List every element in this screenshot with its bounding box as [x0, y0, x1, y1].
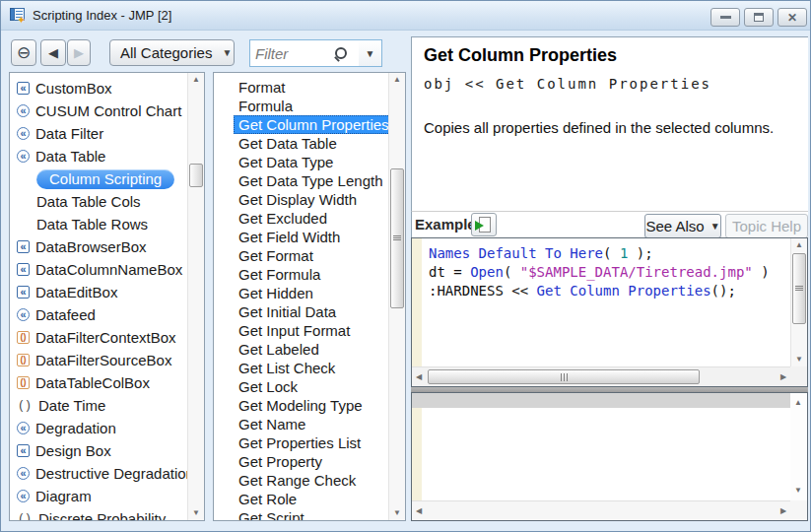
circle-chevron-icon: « [17, 127, 30, 140]
item-row[interactable]: Get Property [214, 452, 388, 471]
item-row[interactable]: Get Initial Data [214, 302, 388, 321]
scroll-down-arrow[interactable]: ▼ [389, 506, 405, 520]
scroll-left-arrow[interactable]: ◀ [412, 501, 426, 520]
scroll-right-arrow[interactable]: ▶ [777, 501, 790, 520]
run-play-icon [475, 221, 484, 231]
item-row[interactable]: Get Script [214, 508, 388, 520]
scroll-up-arrow[interactable]: ▲ [188, 73, 204, 87]
item-row[interactable]: Get Input Format [214, 321, 388, 340]
chevron-down-icon: ▼ [710, 221, 720, 232]
category-dropdown[interactable]: All Categories ▼ [109, 39, 235, 66]
item-row[interactable]: Get Name [214, 415, 388, 433]
secondary-script-panel[interactable]: ▲ ▼ ◀ ▶ [411, 392, 808, 521]
item-row[interactable]: Get Lock [214, 377, 388, 396]
minimize-button[interactable] [710, 8, 740, 27]
item-row[interactable]: Formula [214, 97, 388, 115]
filter-dropdown-button[interactable]: ▼ [359, 39, 382, 67]
item-row[interactable]: Get Range Check [214, 471, 388, 490]
scroll-up-arrow[interactable]: ▲ [389, 73, 405, 87]
category-item[interactable]: Data Table Rows [10, 213, 187, 235]
scripting-index-window: ✦ Scripting Index - JMP [2] ✕ ⊖ ◀ ▶ All … [0, 0, 811, 532]
collapse-all-button[interactable]: ⊖ [11, 39, 36, 66]
code-vertical-scrollbar[interactable]: ▲ ▼ [790, 238, 807, 366]
filter-input[interactable] [255, 41, 334, 65]
item-row[interactable]: Get Format [214, 246, 388, 265]
category-scrollbar[interactable]: ▲ ▼ [187, 73, 204, 520]
circle-chevron-icon: « [17, 150, 30, 163]
item-row[interactable]: Get Modeling Type [214, 396, 388, 415]
category-item[interactable]: «CustomBox [10, 77, 187, 100]
item-row[interactable]: Get Excluded [214, 209, 388, 228]
scroll-up-arrow[interactable]: ▲ [791, 238, 807, 252]
forward-button[interactable]: ▶ [67, 39, 91, 66]
scroll-down-arrow[interactable]: ▼ [188, 506, 204, 520]
category-item[interactable]: «Degradation [10, 417, 187, 439]
titlebar: ✦ Scripting Index - JMP [2] ✕ [1, 1, 811, 31]
item-row[interactable]: Get Properties List [214, 433, 388, 452]
close-icon: ✕ [787, 12, 797, 24]
secondary-vertical-scrollbar[interactable]: ▲ ▼ [790, 393, 807, 500]
run-example-button[interactable] [471, 213, 497, 236]
category-item-label: Discrete Probability [38, 510, 166, 520]
example-code[interactable]: Names Default To Here( 1 );dt = Open( "$… [429, 244, 789, 300]
scrollbar-thumb[interactable] [390, 168, 404, 308]
category-item-label: Diagram [35, 488, 92, 504]
item-row[interactable]: Get Data Type Length [214, 171, 388, 190]
code-gutter [412, 408, 422, 500]
category-item[interactable]: «CUSUM Control Chart [10, 100, 187, 122]
category-item[interactable]: «Design Box [10, 439, 187, 462]
category-item[interactable]: «Destructive Degradation [10, 462, 187, 485]
category-item[interactable]: Data Table Cols [10, 190, 187, 213]
scroll-left-arrow[interactable]: ◀ [412, 367, 426, 386]
category-item[interactable]: ()DataFilterContextBox [10, 326, 187, 349]
detail-signature: obj << Get Column Properties [424, 76, 808, 92]
category-item[interactable]: «Datafeed [10, 303, 187, 326]
category-item-label: CustomBox [35, 80, 112, 97]
code-line: Names Default To Here( 1 ); [429, 244, 789, 263]
item-row[interactable]: Get Column Properties [234, 115, 388, 134]
scroll-down-arrow[interactable]: ▼ [791, 353, 807, 366]
paren-box-icon: () [17, 354, 30, 366]
item-row[interactable]: Get Field Width [214, 228, 388, 246]
restore-button[interactable] [744, 8, 774, 27]
see-also-button[interactable]: See Also ▼ [644, 214, 721, 238]
category-item-label: Data Table Rows [36, 216, 148, 233]
scroll-right-arrow[interactable]: ▶ [777, 367, 790, 386]
category-item[interactable]: ()DataFilterSourceBox [10, 349, 187, 371]
category-item[interactable]: «DataEditBox [10, 281, 187, 303]
item-row[interactable]: Get Hidden [214, 284, 388, 302]
detail-panel: Get Column Properties obj << Get Column … [411, 36, 808, 211]
filter-box [249, 39, 360, 67]
item-row[interactable]: Format [214, 78, 388, 97]
scrollbar-thumb[interactable] [428, 369, 700, 384]
category-item[interactable]: «Data Filter [10, 122, 187, 145]
category-item[interactable]: «DataBrowserBox [10, 235, 187, 258]
category-item[interactable]: «Diagram [10, 485, 187, 507]
code-horizontal-scrollbar[interactable]: ◀ ▶ [412, 366, 790, 386]
item-row[interactable]: Get Labeled [214, 340, 388, 359]
category-item[interactable]: Column Scripting [10, 167, 187, 190]
category-item[interactable]: «Data Table [10, 145, 187, 167]
scrollbar-thumb[interactable] [792, 253, 806, 324]
example-header: Example See Also ▼ Topic Help [411, 211, 808, 237]
box-chevron-icon: « [17, 263, 30, 276]
item-row[interactable]: Get Data Type [214, 153, 388, 171]
category-item[interactable]: ( )Discrete Probability [10, 507, 187, 520]
category-item[interactable]: «DataColumnNameBox [10, 258, 187, 281]
close-button[interactable]: ✕ [777, 8, 807, 27]
item-row[interactable]: Get Formula [214, 265, 388, 284]
item-row[interactable]: Get Data Table [214, 134, 388, 153]
back-button[interactable]: ◀ [40, 39, 66, 66]
item-row[interactable]: Get Display Width [214, 190, 388, 209]
topic-help-button[interactable]: Topic Help [725, 214, 808, 238]
category-item-label: Date Time [38, 397, 105, 414]
item-row[interactable]: Get List Check [214, 359, 388, 377]
item-scrollbar[interactable]: ▲ ▼ [388, 73, 405, 520]
category-item[interactable]: ()DataTableColBox [10, 371, 187, 394]
scroll-down-arrow[interactable]: ▼ [790, 484, 806, 498]
secondary-horizontal-scrollbar[interactable]: ◀ ▶ [412, 500, 790, 520]
scroll-up-arrow[interactable]: ▲ [790, 396, 806, 410]
category-item[interactable]: ( )Date Time [10, 394, 187, 417]
scrollbar-thumb[interactable] [189, 164, 203, 187]
item-row[interactable]: Get Role [214, 490, 388, 508]
